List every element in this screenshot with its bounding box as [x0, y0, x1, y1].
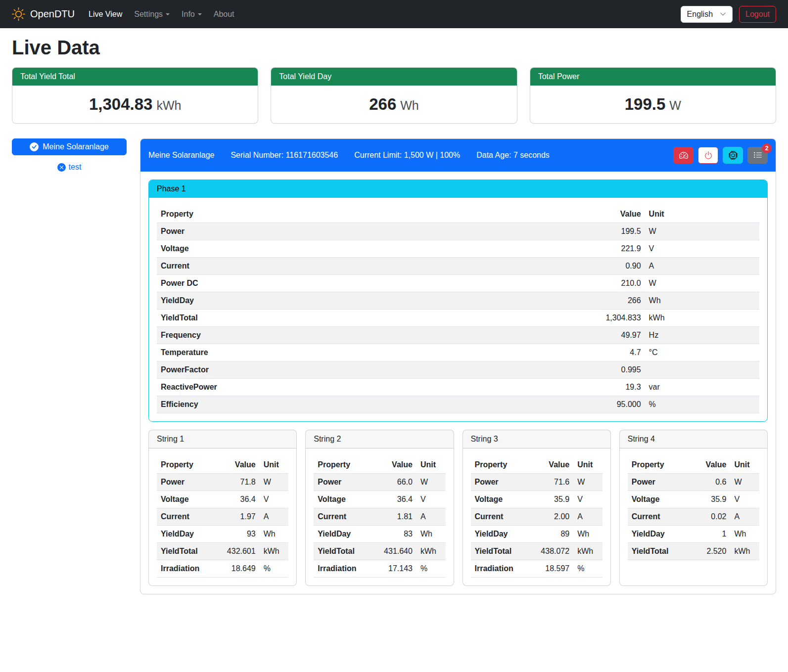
string-table-body: Power0.6WVoltage35.9VCurrent0.02AYieldDa… [628, 474, 759, 560]
row-unit: W [573, 474, 603, 491]
row-property: YieldDay [157, 526, 223, 543]
table-row: YieldTotal432.601kWh [157, 543, 288, 560]
row-property: ReactivePower [157, 379, 555, 396]
summary-card-title: Total Yield Day [271, 68, 516, 86]
row-property: Irradiation [314, 560, 379, 578]
test-link[interactable]: test [57, 163, 82, 172]
table-row: Current0.02A [628, 508, 759, 526]
row-property: YieldTotal [157, 310, 555, 327]
row-unit: % [573, 560, 603, 578]
row-value: 71.8 [223, 474, 260, 491]
logout-button[interactable]: Logout [739, 6, 776, 23]
navbar-right: English Logout [681, 6, 776, 23]
table-row: Current1.81A [314, 508, 445, 526]
table-row: Frequency49.97Hz [157, 327, 759, 344]
main-row: Meine Solaranlage test Meine Solaranlage… [12, 138, 776, 594]
language-label: English [687, 10, 713, 19]
summary-unit: W [669, 98, 681, 112]
brand[interactable]: OpenDTU [12, 7, 75, 21]
cpu-icon [729, 151, 738, 160]
limit-settings-button[interactable] [673, 147, 694, 164]
string-card-body: PropertyValueUnitPower66.0WVoltage36.4VC… [306, 448, 453, 585]
sidebar-inverter-button[interactable]: Meine Solaranlage [12, 138, 127, 155]
summary-card-body: 1,304.83kWh [12, 86, 258, 123]
row-property: PowerFactor [157, 361, 555, 379]
table-row: Voltage35.9V [471, 491, 603, 508]
table-row: Current1.97A [157, 508, 288, 526]
row-unit: A [260, 508, 289, 526]
row-property: Frequency [157, 327, 555, 344]
col-unit: Unit [260, 456, 289, 474]
row-property: Voltage [314, 491, 379, 508]
row-value: 19.3 [555, 379, 645, 396]
table-row: YieldTotal438.072kWh [471, 543, 603, 560]
col-property: Property [628, 456, 694, 474]
nav-item-info[interactable]: Info [176, 6, 208, 23]
summary-value: 1,304.83 [89, 95, 152, 113]
row-unit: A [730, 508, 759, 526]
table-row: Voltage221.9V [157, 240, 759, 258]
summary-card-body: 199.5W [530, 86, 776, 123]
row-unit: kWh [730, 543, 759, 560]
row-value: 0.995 [555, 361, 645, 379]
nav-item-settings[interactable]: Settings [128, 6, 176, 23]
table-header-row: Property Value Unit [157, 206, 759, 223]
row-unit: A [645, 258, 759, 275]
row-property: YieldDay [471, 526, 537, 543]
page-title: Live Data [12, 37, 776, 59]
row-value: 1 [694, 526, 731, 543]
row-value: 1.81 [379, 508, 417, 526]
power-icon [704, 151, 713, 160]
row-property: Power [157, 474, 223, 491]
x-circle-icon [57, 163, 66, 172]
list-icon [753, 151, 762, 160]
string-table: PropertyValueUnitPower66.0WVoltage36.4VC… [314, 456, 445, 578]
inverter-sidebar: Meine Solaranlage test [12, 138, 127, 172]
string-card-title: String 1 [149, 430, 296, 448]
string-card-body: PropertyValueUnitPower71.8WVoltage36.4VC… [149, 448, 296, 585]
table-row: Power71.6W [471, 474, 603, 491]
table-row: Voltage36.4V [314, 491, 445, 508]
row-value: 18.597 [537, 560, 574, 578]
row-value: 36.4 [223, 491, 260, 508]
string-card-body: PropertyValueUnitPower71.6WVoltage35.9VC… [463, 448, 610, 585]
string-card: String 4PropertyValueUnitPower0.6WVoltag… [619, 430, 768, 586]
row-value: 210.0 [555, 275, 645, 292]
summary-card-title: Total Power [530, 68, 776, 86]
row-value: 35.9 [694, 491, 731, 508]
row-property: Irradiation [471, 560, 537, 578]
table-header-row: PropertyValueUnit [471, 456, 603, 474]
row-property: YieldTotal [314, 543, 379, 560]
summary-card-body: 266Wh [271, 86, 516, 123]
nav-item-live-view[interactable]: Live View [83, 6, 128, 23]
string-table-body: Power71.6WVoltage35.9VCurrent2.00AYieldD… [471, 474, 603, 578]
string-card-title: String 2 [306, 430, 453, 448]
power-button[interactable] [698, 147, 718, 164]
col-value: Value [537, 456, 574, 474]
events-button[interactable]: 2 [747, 147, 768, 164]
row-value: 18.649 [223, 560, 260, 578]
row-unit: kWh [573, 543, 603, 560]
row-unit: Hz [645, 327, 759, 344]
table-row: Voltage35.9V [628, 491, 759, 508]
table-row: Power0.6W [628, 474, 759, 491]
row-value: 221.9 [555, 240, 645, 258]
row-value: 0.02 [694, 508, 731, 526]
sun-icon [12, 7, 25, 21]
col-property: Property [157, 456, 223, 474]
row-value: 35.9 [537, 491, 574, 508]
row-property: Current [314, 508, 379, 526]
col-value: Value [694, 456, 731, 474]
device-info-button[interactable] [723, 147, 743, 164]
nav-item-about[interactable]: About [208, 6, 240, 23]
row-property: Voltage [157, 240, 555, 258]
row-unit: Wh [645, 292, 759, 310]
col-property: Property [471, 456, 537, 474]
table-row: Temperature4.7°C [157, 344, 759, 361]
inverter-button-label: Meine Solaranlage [43, 142, 108, 151]
language-select[interactable]: English [681, 6, 733, 23]
string-card: String 3PropertyValueUnitPower71.6WVolta… [463, 430, 611, 586]
col-value: Value [223, 456, 260, 474]
row-value: 89 [537, 526, 574, 543]
strings-row: String 1PropertyValueUnitPower71.8WVolta… [148, 430, 768, 586]
